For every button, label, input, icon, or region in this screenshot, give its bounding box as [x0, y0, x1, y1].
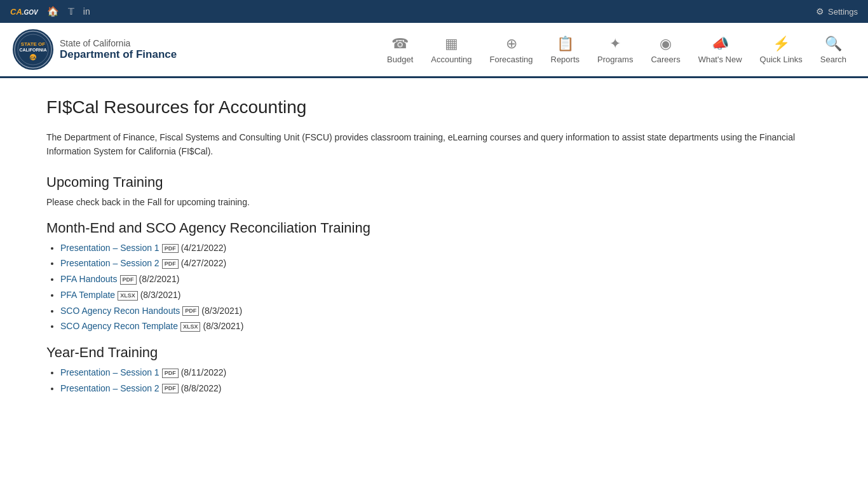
file-badge: PDF	[182, 306, 199, 316]
list-item: SCO Agency Recon HandoutsPDF(8/3/2021)	[60, 306, 822, 316]
org-seal: STATE OF CALIFORNIA CA	[13, 29, 53, 70]
resource-link[interactable]: Presentation – Session 1	[60, 367, 159, 377]
budget-nav-label: Budget	[387, 55, 413, 64]
main-nav: ☎Budget▦Accounting⊕Forecasting📋Reports✦P…	[229, 33, 855, 67]
upcoming-text: Please check back in the Fall for upcomi…	[46, 197, 822, 207]
svg-text:CA: CA	[31, 56, 36, 60]
page-title: FI$Cal Resources for Accounting	[46, 97, 822, 118]
list-item: Presentation – Session 1PDF(4/21/2022)	[60, 243, 822, 254]
linkedin-icon[interactable]: in	[83, 6, 90, 17]
top-bar-left: CA.GOV 🏠 𝕋 in	[10, 6, 90, 17]
date-label: (8/3/2021)	[140, 290, 181, 300]
nav-item-careers[interactable]: ◉Careers	[642, 33, 689, 67]
svg-text:STATE OF: STATE OF	[21, 41, 45, 47]
nav-item-quicklinks[interactable]: ⚡Quick Links	[751, 33, 811, 67]
list-item: SCO Agency Recon TemplateXLSX(8/3/2021)	[60, 321, 822, 332]
date-label: (4/21/2022)	[181, 243, 227, 253]
resource-link[interactable]: PFA Template	[60, 290, 115, 300]
settings-area[interactable]: ⚙ Settings	[816, 6, 858, 17]
gear-icon: ⚙	[816, 6, 824, 17]
resource-link[interactable]: Presentation – Session 2	[60, 258, 159, 268]
nav-item-search[interactable]: 🔍Search	[811, 33, 855, 67]
file-badge: PDF	[162, 259, 179, 269]
site-header: STATE OF CALIFORNIA CA State of Californ…	[0, 23, 868, 78]
file-badge: XLSX	[118, 291, 138, 301]
resource-link[interactable]: Presentation – Session 1	[60, 243, 159, 253]
org-name-top: State of California	[60, 38, 177, 48]
date-label: (8/3/2021)	[203, 321, 243, 331]
resource-link[interactable]: SCO Agency Recon Handouts	[60, 306, 180, 316]
nav-item-programs[interactable]: ✦Programs	[588, 33, 642, 67]
whatsnew-nav-label: What's New	[698, 55, 742, 64]
list-item: Presentation – Session 2PDF(4/27/2022)	[60, 258, 822, 269]
resource-link[interactable]: Presentation – Session 2	[60, 383, 159, 393]
date-label: (4/27/2022)	[181, 258, 227, 268]
whatsnew-nav-icon: 📣	[712, 36, 729, 52]
file-badge: PDF	[162, 384, 179, 393]
date-label: (8/2/2021)	[139, 274, 180, 284]
careers-nav-label: Careers	[651, 55, 680, 64]
budget-nav-icon: ☎	[391, 36, 409, 52]
forecasting-nav-icon: ⊕	[506, 36, 517, 52]
list-item: PFA HandoutsPDF(8/2/2021)	[60, 274, 822, 285]
date-label: (8/3/2021)	[201, 306, 242, 316]
reconciliation-list: Presentation – Session 1PDF(4/21/2022)Pr…	[46, 243, 822, 332]
nav-item-forecasting[interactable]: ⊕Forecasting	[481, 33, 542, 67]
list-item: PFA TemplateXLSX(8/3/2021)	[60, 290, 822, 301]
date-label: (8/11/2022)	[181, 367, 227, 377]
reconciliation-heading: Month-End and SCO Agency Reconciliation …	[46, 220, 822, 236]
accounting-nav-label: Accounting	[431, 55, 471, 64]
yearend-list: Presentation – Session 1PDF(8/11/2022)Pr…	[46, 367, 822, 393]
nav-item-budget[interactable]: ☎Budget	[378, 33, 422, 67]
intro-paragraph: The Department of Finance, Fiscal System…	[46, 130, 809, 159]
reports-nav-label: Reports	[551, 55, 580, 64]
reports-nav-icon: 📋	[557, 36, 574, 52]
resource-link[interactable]: SCO Agency Recon Template	[60, 321, 178, 331]
accounting-nav-icon: ▦	[445, 36, 458, 52]
org-name-bottom: Department of Finance	[60, 48, 177, 61]
yearend-heading: Year-End Training	[46, 344, 822, 361]
nav-item-whatsnew[interactable]: 📣What's New	[689, 33, 751, 67]
section-upcoming: Upcoming Training Please check back in t…	[46, 174, 822, 207]
date-label: (8/8/2022)	[181, 383, 222, 393]
org-name-block: State of California Department of Financ…	[60, 38, 177, 61]
twitter-icon[interactable]: 𝕋	[68, 6, 74, 17]
resource-link[interactable]: PFA Handouts	[60, 274, 118, 284]
nav-item-accounting[interactable]: ▦Accounting	[422, 33, 480, 67]
upcoming-heading: Upcoming Training	[46, 174, 822, 191]
careers-nav-icon: ◉	[660, 36, 672, 52]
section-reconciliation: Month-End and SCO Agency Reconciliation …	[46, 220, 822, 332]
top-bar: CA.GOV 🏠 𝕋 in ⚙ Settings	[0, 0, 868, 23]
search-nav-label: Search	[820, 55, 846, 64]
nav-item-reports[interactable]: 📋Reports	[542, 33, 589, 67]
file-badge: PDF	[162, 244, 179, 254]
home-icon[interactable]: 🏠	[47, 6, 59, 17]
list-item: Presentation – Session 2PDF(8/8/2022)	[60, 383, 822, 394]
quicklinks-nav-label: Quick Links	[760, 55, 803, 64]
main-content: FI$Cal Resources for Accounting The Depa…	[21, 78, 847, 425]
settings-label: Settings	[828, 7, 858, 17]
ca-gov-logo[interactable]: CA.GOV	[10, 7, 38, 17]
list-item: Presentation – Session 1PDF(8/11/2022)	[60, 367, 822, 378]
forecasting-nav-label: Forecasting	[490, 55, 533, 64]
programs-nav-label: Programs	[597, 55, 633, 64]
programs-nav-icon: ✦	[609, 36, 621, 52]
file-badge: XLSX	[180, 322, 201, 332]
file-badge: PDF	[120, 275, 137, 285]
section-yearend: Year-End Training Presentation – Session…	[46, 344, 822, 393]
svg-text:CALIFORNIA: CALIFORNIA	[19, 48, 46, 52]
quicklinks-nav-icon: ⚡	[773, 36, 790, 52]
file-badge: PDF	[162, 369, 179, 378]
search-nav-icon: 🔍	[825, 36, 842, 52]
logo-area: STATE OF CALIFORNIA CA State of Californ…	[13, 29, 216, 70]
